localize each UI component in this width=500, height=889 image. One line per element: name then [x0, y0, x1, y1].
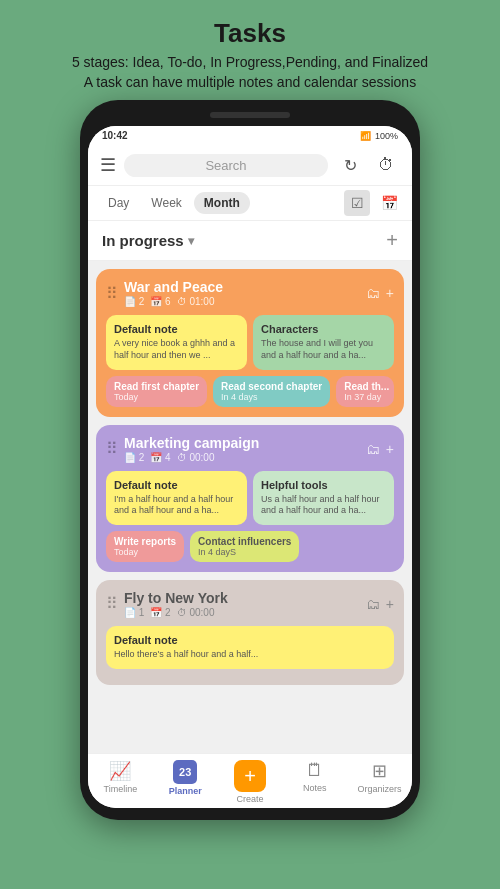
task-card-war-and-peace: ⠿ War and Peace 📄 2 📅 6 ⏱ 01:00 🗂	[96, 269, 404, 416]
session-title: Read th...	[344, 381, 386, 392]
page-title: Tasks	[72, 18, 428, 49]
tab-week[interactable]: Week	[141, 192, 191, 214]
session-sub: In 4 days	[221, 392, 322, 402]
note-title: Default note	[114, 323, 239, 335]
note-card-helpful[interactable]: Helpful tools Us a half hour and a half …	[253, 471, 394, 525]
tab-day[interactable]: Day	[98, 192, 139, 214]
tab-action-icons: ☑ 📅	[344, 190, 402, 216]
tab-group: Day Week Month	[98, 192, 250, 214]
session-pill-1[interactable]: Read first chapter Today	[106, 376, 207, 407]
task-copy-icon[interactable]: 🗂	[366, 596, 380, 612]
drag-icon[interactable]: ⠿	[106, 439, 118, 458]
drag-icon[interactable]: ⠿	[106, 284, 118, 303]
task-add-icon[interactable]: +	[386, 285, 394, 301]
nav-label-create: Create	[236, 794, 263, 804]
session-pill-2[interactable]: Read second chapter In 4 days	[213, 376, 330, 407]
task-add-icon[interactable]: +	[386, 596, 394, 612]
note-card-characters[interactable]: Characters The house and I will get you …	[253, 315, 394, 369]
nav-item-timeline[interactable]: 📈 Timeline	[88, 760, 153, 804]
status-icons: 📶 100%	[360, 131, 398, 141]
nav-item-planner[interactable]: 23 Planner	[153, 760, 218, 804]
note-text: Hello there's a half hour and a half...	[114, 649, 386, 661]
battery-label: 100%	[375, 131, 398, 141]
planner-icon: 23	[173, 760, 197, 784]
session-title: Contact influencers	[198, 536, 291, 547]
search-box[interactable]: Search	[124, 154, 328, 177]
task-notes-count: 📄 1	[124, 607, 144, 618]
task-sessions-count: 📅 6	[150, 296, 170, 307]
task-notes-count: 📄 2	[124, 452, 144, 463]
nav-item-organizers[interactable]: ⊞ Organizers	[347, 760, 412, 804]
note-title: Characters	[261, 323, 386, 335]
bottom-nav: 📈 Timeline 23 Planner + Create 🗒 Notes ⊞…	[88, 753, 412, 808]
task-copy-icon[interactable]: 🗂	[366, 285, 380, 301]
session-pill-1[interactable]: Write reports Today	[106, 531, 184, 562]
content-area: ⠿ War and Peace 📄 2 📅 6 ⏱ 01:00 🗂	[88, 261, 412, 753]
tab-bar: Day Week Month ☑ 📅	[88, 186, 412, 221]
session-sub: Today	[114, 547, 176, 557]
top-bar-icons: ↻ ⏱	[336, 151, 400, 179]
drag-icon[interactable]: ⠿	[106, 594, 118, 613]
create-icon: +	[234, 760, 266, 792]
task-add-icon[interactable]: +	[386, 441, 394, 457]
session-title: Read first chapter	[114, 381, 199, 392]
task-duration: ⏱ 00:00	[177, 607, 215, 618]
timer-icon[interactable]: ⏱	[372, 151, 400, 179]
task-duration: ⏱ 01:00	[177, 296, 215, 307]
calendar-icon[interactable]: 📅	[376, 190, 402, 216]
note-card-default[interactable]: Default note Hello there's a half hour a…	[106, 626, 394, 669]
add-task-button[interactable]: +	[386, 229, 398, 252]
tab-month[interactable]: Month	[194, 192, 250, 214]
notes-grid: Default note A very nice book a ghhh and…	[106, 315, 394, 369]
note-card-default[interactable]: Default note I'm a half hour and a half …	[106, 471, 247, 525]
nav-item-notes[interactable]: 🗒 Notes	[282, 760, 347, 804]
session-sub: In 4 dayS	[198, 547, 291, 557]
session-sub: In 37 day	[344, 392, 386, 402]
task-title-area: ⠿ Marketing campaign 📄 2 📅 4 ⏱ 00:00	[106, 435, 259, 463]
chevron-down-icon[interactable]: ▾	[188, 234, 194, 248]
task-title-area: ⠿ War and Peace 📄 2 📅 6 ⏱ 01:00	[106, 279, 223, 307]
phone-screen: 10:42 📶 100% ☰ Search ↻ ⏱ Day Week Month…	[88, 126, 412, 808]
task-copy-icon[interactable]: 🗂	[366, 441, 380, 457]
task-card-header: ⠿ Marketing campaign 📄 2 📅 4 ⏱ 00:00 🗂	[106, 435, 394, 463]
refresh-icon[interactable]: ↻	[336, 151, 364, 179]
sessions-row: Read first chapter Today Read second cha…	[106, 376, 394, 407]
section-header: In progress ▾ +	[88, 221, 412, 261]
page-subtitle: 5 stages: Idea, To-do, In Progress,Pendi…	[72, 53, 428, 92]
task-card-header: ⠿ Fly to New York 📄 1 📅 2 ⏱ 00:00 🗂	[106, 590, 394, 618]
nav-item-create[interactable]: + Create	[218, 760, 283, 804]
task-duration: ⏱ 00:00	[177, 452, 215, 463]
task-info: War and Peace 📄 2 📅 6 ⏱ 01:00	[124, 279, 223, 307]
phone-frame: 10:42 📶 100% ☰ Search ↻ ⏱ Day Week Month…	[80, 100, 420, 820]
session-title: Write reports	[114, 536, 176, 547]
notes-icon: 🗒	[306, 760, 324, 781]
notes-grid: Default note I'm a half hour and a half …	[106, 471, 394, 525]
task-sessions-count: 📅 4	[150, 452, 170, 463]
task-meta: 📄 2 📅 4 ⏱ 00:00	[124, 452, 259, 463]
nav-label-planner: Planner	[169, 786, 202, 796]
task-actions: 🗂 +	[366, 596, 394, 612]
note-text: The house and I will get you and a half …	[261, 338, 386, 361]
checkbox-icon[interactable]: ☑	[344, 190, 370, 216]
task-card-marketing: ⠿ Marketing campaign 📄 2 📅 4 ⏱ 00:00 🗂	[96, 425, 404, 572]
note-card-default[interactable]: Default note A very nice book a ghhh and…	[106, 315, 247, 369]
timeline-icon: 📈	[109, 760, 131, 782]
note-title: Default note	[114, 479, 239, 491]
task-info: Fly to New York 📄 1 📅 2 ⏱ 00:00	[124, 590, 228, 618]
session-pill-2[interactable]: Contact influencers In 4 dayS	[190, 531, 299, 562]
note-text: I'm a half hour and a half hour and a ha…	[114, 494, 239, 517]
task-title-area: ⠿ Fly to New York 📄 1 📅 2 ⏱ 00:00	[106, 590, 228, 618]
task-name: Fly to New York	[124, 590, 228, 606]
task-card-fly: ⠿ Fly to New York 📄 1 📅 2 ⏱ 00:00 🗂	[96, 580, 404, 685]
page-header: Tasks 5 stages: Idea, To-do, In Progress…	[52, 0, 448, 100]
task-meta: 📄 1 📅 2 ⏱ 00:00	[124, 607, 228, 618]
organizers-icon: ⊞	[372, 760, 387, 782]
task-sessions-count: 📅 2	[150, 607, 170, 618]
session-pill-3[interactable]: Read th... In 37 day	[336, 376, 394, 407]
sessions-row: Write reports Today Contact influencers …	[106, 531, 394, 562]
section-title: In progress ▾	[102, 232, 194, 249]
session-sub: Today	[114, 392, 199, 402]
signal-icon: 📶	[360, 131, 371, 141]
menu-icon[interactable]: ☰	[100, 154, 116, 176]
task-info: Marketing campaign 📄 2 📅 4 ⏱ 00:00	[124, 435, 259, 463]
